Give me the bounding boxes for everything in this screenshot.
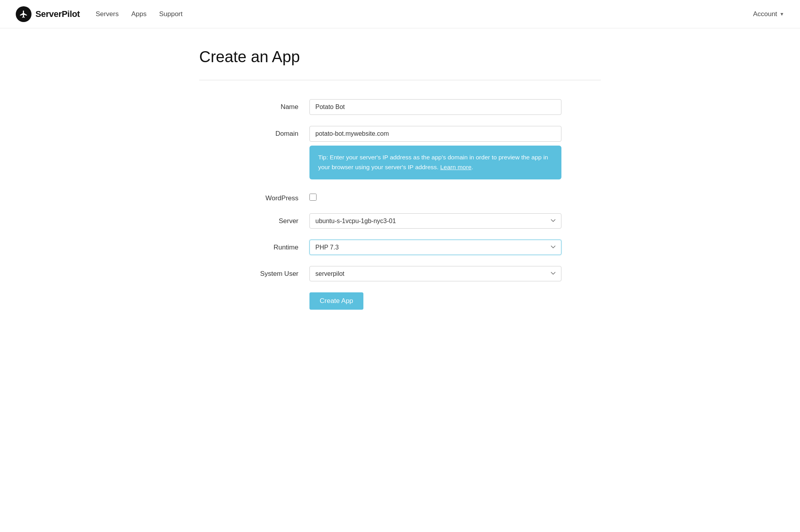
wordpress-label: WordPress	[239, 190, 309, 202]
runtime-field-wrapper: PHP 7.3 PHP 8.0 PHP 8.1 PHP 8.2	[309, 240, 561, 255]
learn-more-link[interactable]: Learn more	[440, 164, 471, 170]
main-content: Create an App Name Domain Tip: Enter you…	[183, 28, 617, 341]
navbar: ServerPilot Servers Apps Support Account…	[0, 0, 800, 28]
chevron-down-icon: ▼	[780, 11, 784, 17]
nav-links: Servers Apps Support	[96, 10, 753, 18]
runtime-row: Runtime PHP 7.3 PHP 8.0 PHP 8.1 PHP 8.2	[239, 240, 561, 255]
domain-field-wrapper: Tip: Enter your server's IP address as t…	[309, 126, 561, 179]
button-row: Create App	[239, 292, 561, 310]
domain-row: Domain Tip: Enter your server's IP addre…	[239, 126, 561, 179]
server-select[interactable]: ubuntu-s-1vcpu-1gb-nyc3-01	[309, 213, 561, 229]
tip-box: Tip: Enter your server's IP address as t…	[309, 146, 561, 179]
wordpress-row: WordPress	[239, 190, 561, 202]
page-title: Create an App	[199, 48, 601, 66]
tip-text: Tip: Enter your server's IP address as t…	[318, 154, 548, 170]
system-user-select[interactable]: serverpilot	[309, 266, 561, 281]
nav-support[interactable]: Support	[159, 10, 183, 18]
create-app-button[interactable]: Create App	[309, 292, 363, 310]
server-field-wrapper: ubuntu-s-1vcpu-1gb-nyc3-01	[309, 213, 561, 229]
brand-icon	[16, 6, 31, 22]
name-field-wrapper	[309, 99, 561, 115]
nav-apps[interactable]: Apps	[131, 10, 146, 18]
account-label: Account	[753, 10, 777, 18]
name-input[interactable]	[309, 99, 561, 115]
name-label: Name	[239, 99, 309, 111]
wordpress-checkbox[interactable]	[309, 194, 317, 201]
nav-servers[interactable]: Servers	[96, 10, 119, 18]
account-menu[interactable]: Account ▼	[753, 10, 784, 18]
plane-icon	[19, 10, 28, 18]
wordpress-field-wrapper	[309, 190, 561, 201]
server-label: Server	[239, 213, 309, 225]
runtime-label: Runtime	[239, 240, 309, 251]
system-user-label: System User	[239, 266, 309, 278]
create-app-form: Name Domain Tip: Enter your server's IP …	[239, 99, 561, 310]
section-divider	[199, 80, 601, 80]
server-row: Server ubuntu-s-1vcpu-1gb-nyc3-01	[239, 213, 561, 229]
brand-name: ServerPilot	[35, 9, 80, 19]
runtime-select[interactable]: PHP 7.3 PHP 8.0 PHP 8.1 PHP 8.2	[309, 240, 561, 255]
name-row: Name	[239, 99, 561, 115]
domain-input[interactable]	[309, 126, 561, 142]
domain-label: Domain	[239, 126, 309, 138]
system-user-row: System User serverpilot	[239, 266, 561, 281]
brand-logo[interactable]: ServerPilot	[16, 6, 80, 22]
tip-period: .	[472, 164, 473, 170]
system-user-field-wrapper: serverpilot	[309, 266, 561, 281]
